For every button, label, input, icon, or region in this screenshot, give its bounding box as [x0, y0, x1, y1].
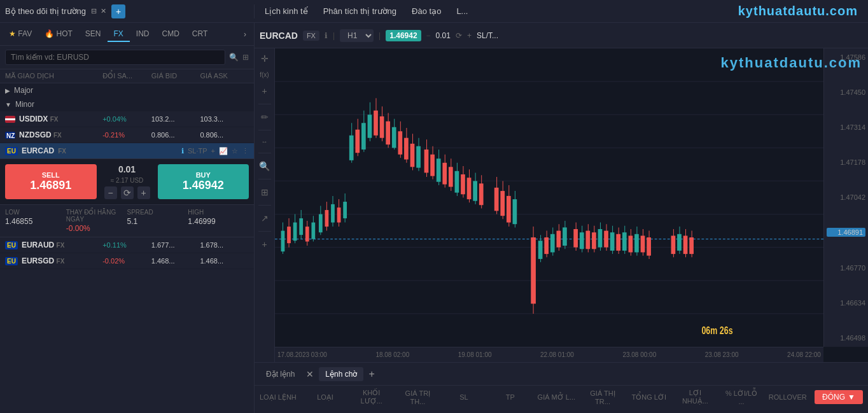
spread-reset-button[interactable]: ⟳: [121, 186, 134, 199]
sl-tp-icon[interactable]: SL·TP: [188, 147, 207, 155]
list-item[interactable]: USDIDX FX +0.04% 103.2... 103.3...: [0, 111, 254, 127]
add-order-button[interactable]: +: [368, 368, 374, 380]
star-icon: ★: [9, 29, 16, 38]
chart-separator3: −: [426, 31, 431, 40]
low-value: 1.46855: [5, 217, 66, 226]
col-gia-tri-th: GIÁ TRỊ TH...: [398, 389, 437, 405]
bottom-tabs-row: Đặt lệnh ✕ Lệnh chờ +: [255, 363, 868, 386]
watchlist-title: Bộ theo dõi thị trường: [5, 6, 86, 16]
info-icon[interactable]: ℹ: [181, 147, 184, 155]
tab-ind[interactable]: IND: [130, 27, 156, 42]
nav-link-dao-tao[interactable]: Đào tạo: [412, 6, 441, 16]
flag-us: [5, 116, 15, 123]
chart-tools: ✛ f(x) + ✏ ↔ 🔍 ⊞ ↗ +: [255, 48, 275, 362]
time-label-3: 22.08 01:00: [540, 351, 574, 358]
price-label-8: 1.46498: [827, 334, 865, 342]
col-tp: TP: [491, 393, 529, 401]
plus-tool-icon[interactable]: +: [262, 86, 267, 96]
col-gia-mo-l: GIÁ MỞ L...: [537, 393, 576, 402]
col-khoi-luong: KHỐI LƯỢ...: [352, 389, 391, 405]
star-fav-icon[interactable]: ☆: [232, 147, 238, 155]
grid-view-icon[interactable]: ⊞: [242, 53, 249, 62]
search-icon: 🔍: [229, 53, 239, 62]
add-watchlist-button[interactable]: +: [111, 4, 125, 18]
settings-icon[interactable]: ⋮: [242, 147, 249, 155]
col-sl: SL: [445, 393, 484, 401]
add-icon[interactable]: +: [211, 147, 215, 155]
tab-more-icon[interactable]: ›: [239, 27, 251, 41]
layers-tool-icon[interactable]: ⊞: [261, 187, 269, 197]
list-item[interactable]: EU EURAUD FX +0.11% 1.677... 1.678...: [0, 237, 254, 253]
usdidx-bid: 103.2...: [151, 115, 200, 123]
add-chart-icon[interactable]: +: [262, 239, 267, 249]
plus-icon[interactable]: +: [467, 31, 472, 40]
svg-rect-54: [416, 146, 421, 168]
chart-separator: |: [333, 31, 335, 40]
list-item[interactable]: EU EURSGD FX -0.02% 1.468... 1.468...: [0, 253, 254, 269]
tab-cmd[interactable]: CMD: [156, 27, 186, 42]
tab-close-icon[interactable]: ✕: [306, 369, 314, 379]
tab-fav[interactable]: ★ FAV: [3, 27, 38, 42]
nav-link-more[interactable]: L...: [456, 6, 468, 16]
nzdsgd-change: -0.21%: [102, 131, 151, 139]
col-pct-loi-lo: % LỜI/LỖ ...: [722, 389, 761, 405]
nav-link-lich[interactable]: Lịch kinh tế: [265, 6, 308, 16]
pencil-tool-icon[interactable]: ✏: [261, 112, 269, 122]
timeframe-select[interactable]: H1 M1 M5 H4 D1: [340, 29, 374, 42]
svg-rect-112: [622, 232, 627, 251]
eurcad-header[interactable]: EU EURCAD FX ℹ SL·TP + 📈 ☆ ⋮: [0, 143, 254, 159]
share-tool-icon[interactable]: ↗: [261, 213, 269, 223]
svg-rect-98: [580, 232, 584, 249]
tab-lenh-cho[interactable]: Lệnh chờ: [319, 367, 363, 381]
right-panel: EURCAD FX ℹ | H1 M1 M5 H4 D1 | 1.46942 −…: [255, 23, 868, 413]
chart-icon[interactable]: 📈: [219, 147, 228, 155]
list-item[interactable]: NZ NZDSGD FX -0.21% 0.806... 0.806...: [0, 127, 254, 143]
col-loai-lenh: LOẠI LỆNH: [260, 393, 298, 402]
flag-eu: EU: [5, 147, 18, 155]
tab-fx[interactable]: FX: [108, 27, 130, 42]
tab-dat-lenh[interactable]: Đặt lệnh: [260, 367, 301, 381]
price-axis: 1.47586 1.47450 1.47314 1.47178 1.47042 …: [823, 48, 868, 347]
spread-plus-button[interactable]: +: [137, 186, 150, 199]
chevron-down-icon: ▼: [848, 393, 855, 402]
svg-rect-0: [275, 48, 823, 347]
chart-area: ✛ f(x) + ✏ ↔ 🔍 ⊞ ↗ +: [255, 48, 868, 362]
cursor-tool-icon[interactable]: ✛: [261, 53, 269, 64]
svg-text:06m 26s: 06m 26s: [701, 325, 732, 337]
col-loi-nhuan: LỢI NHUẬ...: [676, 389, 715, 405]
close-panel-icon[interactable]: ✕: [101, 7, 106, 15]
spread-minus-button[interactable]: −: [104, 186, 117, 199]
search-input[interactable]: [5, 50, 225, 65]
order-table-header: LOẠI LỆNH LOẠI KHỐI LƯỢ... GIÁ TRỊ TH...…: [255, 386, 868, 409]
refresh-icon[interactable]: ⟳: [456, 31, 462, 40]
eursgd-change: -0.02%: [102, 257, 151, 265]
chart-brand-overlay: kythuatdautu.com: [721, 55, 862, 71]
tab-crt[interactable]: CRT: [186, 27, 214, 42]
minimize-icon[interactable]: ⊟: [91, 7, 97, 15]
flag-eu3: EU: [5, 257, 18, 265]
section-major[interactable]: ▶ Major: [0, 83, 254, 97]
bottom-panel: Đặt lệnh ✕ Lệnh chờ + LOẠI LỆNH LOẠI KHỐ…: [255, 362, 868, 413]
chart-info-icon[interactable]: ℹ: [325, 31, 328, 40]
zoom-tool-icon[interactable]: 🔍: [259, 161, 270, 171]
sell-label: SELL: [10, 171, 92, 179]
sell-button[interactable]: SELL 1.46891: [5, 164, 97, 199]
measure-tool-icon[interactable]: ↔: [262, 138, 268, 145]
col-tong-loi: TỔNG LỜI: [629, 393, 668, 402]
tab-sen[interactable]: SEN: [79, 27, 108, 42]
low-label: LOW: [5, 209, 66, 216]
table-header: MÃ GIAO DỊCH ĐỔI SA... GIÁ BID GIÁ ASK: [0, 69, 254, 83]
euraud-ask: 1.678...: [200, 241, 249, 249]
svg-rect-78: [500, 191, 505, 216]
spread-label: SPREAD: [127, 209, 188, 216]
nav-link-phan-tich[interactable]: Phân tích thị trường: [323, 6, 396, 16]
price-label-3: 1.47178: [827, 158, 865, 166]
time-label-4: 23.08 00:00: [622, 351, 656, 358]
section-minor[interactable]: ▼ Minor: [0, 97, 254, 111]
tab-hot[interactable]: 🔥 HOT: [38, 27, 79, 42]
buy-button[interactable]: BUY 1.46942: [158, 164, 249, 199]
fx-tool-icon[interactable]: f(x): [260, 71, 269, 78]
flag-eu2: EU: [5, 241, 18, 249]
dong-button[interactable]: ĐÓNG ▼: [815, 390, 863, 404]
fire-icon: 🔥: [45, 29, 54, 38]
